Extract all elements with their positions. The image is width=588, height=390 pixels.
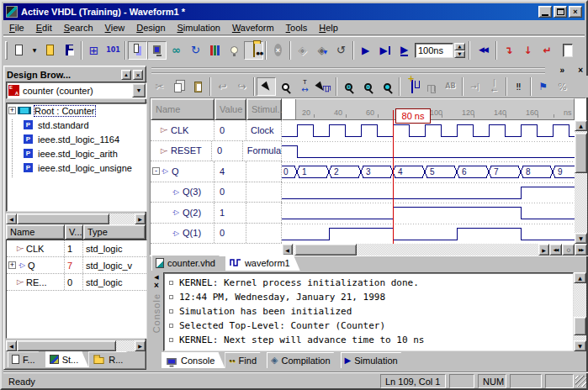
signal-expander-icon[interactable]: - [152,167,160,175]
tree-item[interactable]: Pieee.std_logic_arith [7,146,146,161]
save-button[interactable] [60,41,79,60]
combobox-dropdown-button[interactable]: ▼ [132,83,146,98]
library-manager-button[interactable] [205,41,225,60]
tree-expander-icon[interactable]: + [8,107,16,114]
menu-search[interactable]: Search [58,21,99,34]
tree-horizontal-scrollbar[interactable]: ◀▶ [6,213,146,224]
compile-button[interactable]: ◈ [293,41,312,60]
tree-item[interactable]: Pieee.std_logic_1164 [7,132,146,146]
column-header-name[interactable]: Name [151,98,215,120]
scrollbar-track[interactable] [575,131,587,233]
resize-grip[interactable] [575,376,586,387]
menu-help[interactable]: Help [313,21,344,34]
step-over-button[interactable]: ↓ [518,41,538,60]
new-dropdown-button[interactable]: ▼ [29,41,40,60]
find-in-files-button[interactable]: ●● [244,41,263,60]
waveform-hscroll-track[interactable]: ◀▶ [282,244,549,256]
nav-center-button[interactable]: ○ [562,244,575,256]
new-document-button[interactable] [9,41,29,60]
console-toggle-button[interactable] [147,41,167,60]
compile-order-button[interactable]: ↻ [331,41,351,60]
waveform-plot[interactable]: 0123456789 [282,120,575,244]
tab-r[interactable]: R... [88,351,133,367]
signal-row[interactable]: ▷-CLK0Clock [151,120,282,141]
spin-up-icon[interactable]: ▲ [454,43,465,50]
table-row[interactable]: ▷-CLK1std_logic [7,240,146,257]
scrollbar-track[interactable] [17,213,135,224]
signal-row[interactable]: -▷Q(3)0 [151,182,282,203]
tab-waveform1[interactable]: waveform1 [225,255,300,271]
compile-all-button[interactable]: ◈▼ [312,41,331,60]
scroll-left-button[interactable]: ◀ [6,340,17,351]
waveform-window-handle[interactable]: » × [150,66,588,76]
scrollbar-thumb[interactable] [17,213,109,224]
menu-edit[interactable]: Edit [30,21,58,34]
menu-design[interactable]: Design [130,21,171,34]
table-header-type[interactable]: Type [83,224,146,240]
rename-signal-button[interactable]: AB [441,77,460,96]
tab-simulation[interactable]: ▶Simulation [341,352,408,368]
scrollbar-thumb[interactable] [294,244,357,256]
scroll-right-button[interactable]: ▶ [538,244,549,256]
table-header-name[interactable]: Name [6,224,65,240]
design-browser-header[interactable]: Design Brow... ▲ × [7,68,143,82]
tree-item[interactable]: Pstd.standard [7,118,146,132]
restart-button[interactable]: ◀◀ [472,41,494,60]
menu-view[interactable]: View [99,21,131,34]
scroll-up-button[interactable]: ▲ [575,120,587,131]
nav-start-button[interactable]: ◀◀ [549,244,562,256]
time-step-field[interactable]: 100ns [415,43,453,58]
run-step-button[interactable]: ▶ [375,41,395,60]
bookmark-button[interactable]: ⚑ [533,77,553,96]
tab-f[interactable]: F... [8,351,45,367]
select-wave-button[interactable] [315,77,334,96]
table-row[interactable]: ▷-RE...0std_logic [7,274,146,291]
minimize-button[interactable] [538,6,552,18]
waveform-vertical-scrollbar[interactable]: ▲▼ [575,120,587,244]
waveform-horizontal-scrollbar[interactable]: ◀▶◀◀○▶▶ [282,244,587,256]
close-button[interactable]: × [569,6,582,18]
paste-button[interactable] [188,77,208,96]
column-header-value[interactable]: Value [215,98,246,120]
toolbar-more-button[interactable]: » [559,66,564,75]
console-vertical-scrollbar[interactable]: ▲▼ [574,272,586,351]
design-browser-button[interactable] [128,41,147,60]
spin-down-icon[interactable]: ▼ [454,50,465,58]
toolbar-grip[interactable] [5,41,8,60]
time-cursor[interactable] [393,110,394,244]
run-button[interactable]: ▶ [356,41,375,60]
menu-file[interactable]: File [3,21,30,34]
scrollbar-thumb[interactable] [575,133,587,173]
scrollbar-track[interactable] [17,340,135,351]
copy-button[interactable] [169,77,188,96]
time-step-spinner[interactable]: ▲▼ [454,43,465,58]
shift-right-button[interactable]: |← [485,77,504,96]
trace-out-button[interactable]: ↵ [538,41,557,60]
zoom-full-button[interactable] [378,77,397,96]
preview-button[interactable]: ∞ [167,41,186,60]
scroll-down-button[interactable]: ▼ [575,233,587,244]
scroll-left-button[interactable]: ◀ [282,244,293,256]
signal-arrow-button[interactable] [421,77,441,96]
design-selector-combobox[interactable]: counter (counter) ▼ [6,82,147,99]
open-button[interactable] [40,41,60,60]
redo-button[interactable]: ↪ [232,77,252,96]
stop-button[interactable]: × [268,41,288,60]
signal-row[interactable]: --▷Q4 [151,161,282,182]
add-signal-button[interactable]: + [402,77,421,96]
menu-simulation[interactable]: Simulation [172,21,226,34]
signal-row[interactable]: -▷Q(1)0 [151,224,282,245]
compare-button[interactable]: % [553,77,572,96]
run-until-button[interactable]: ▶ [395,41,414,60]
cut-button[interactable]: ✂ [150,77,169,96]
console-close-button[interactable]: × [154,281,159,290]
table-header-v[interactable]: V... [65,224,83,240]
row-expander-icon[interactable]: + [8,261,16,269]
scroll-right-button[interactable]: ▶ [135,340,146,351]
tab-st[interactable]: St... [45,351,89,367]
shift-left-button[interactable]: →| [465,77,485,96]
tab-console[interactable]: Console [162,352,225,368]
menu-waveform[interactable]: Waveform [226,21,280,34]
title-bar[interactable]: Active VHDL (Training) - Waveform1 * × [3,3,585,20]
console-output[interactable]: KERNEL: Kernel process initialization do… [163,272,574,351]
